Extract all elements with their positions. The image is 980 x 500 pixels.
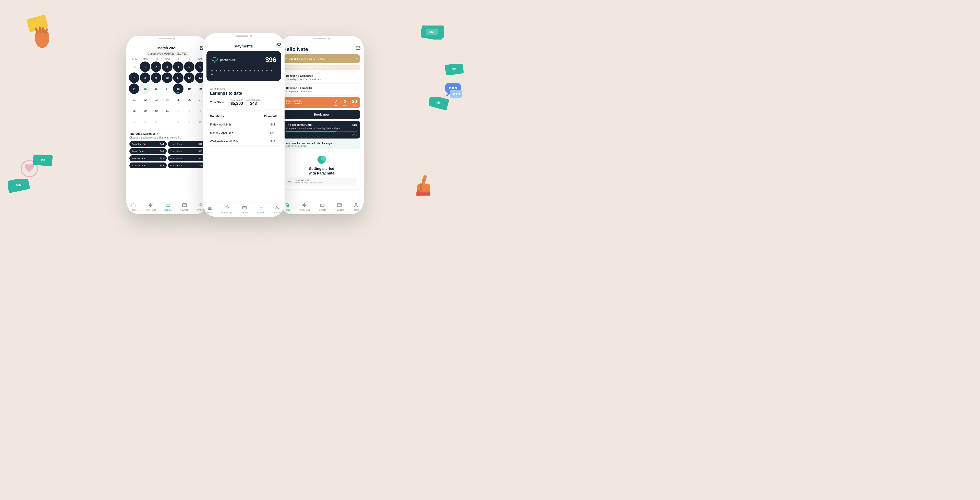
cal-cell[interactable]: 7 (162, 117, 172, 127)
svg-text:$$$: $$$ (452, 68, 457, 71)
cal-cell[interactable]: 5 (184, 62, 194, 72)
svg-rect-2 (35, 33, 49, 41)
time-slot[interactable]: 2pm - 3pm $43 (168, 148, 205, 154)
svg-rect-20 (445, 83, 461, 93)
svg-line-3 (36, 29, 37, 33)
cal-cell[interactable]: 15 (140, 83, 150, 94)
nav-payment[interactable]: Payment (180, 202, 189, 211)
nav-home-2[interactable]: Home (207, 205, 213, 214)
cal-cell[interactable]: 4 (173, 62, 183, 72)
cal-cell[interactable]: 10 (162, 73, 172, 83)
nav-donate[interactable]: Donate (164, 202, 172, 211)
cal-cell[interactable]: 8 (173, 117, 183, 127)
cal-cell[interactable]: 16 (151, 83, 161, 94)
svg-rect-50 (259, 206, 263, 209)
cal-cell[interactable]: 9 (151, 73, 161, 83)
nav-donate-2[interactable]: Donate (241, 205, 248, 214)
svg-rect-18 (33, 155, 53, 166)
donation6-card[interactable]: Donation 6 Earn $38+ Complete to unlock … (283, 84, 360, 95)
cal-cell[interactable]: 14 (129, 83, 139, 94)
time-slot[interactable]: 1pm - 2pm $42 (168, 141, 205, 147)
timer-hours-label: HOURS (342, 104, 348, 106)
time-slot[interactable]: 9am-10am $44 (129, 148, 167, 154)
cal-cell[interactable]: 21 (129, 94, 139, 105)
cal-cell[interactable]: 4 (129, 117, 139, 127)
cal-cell[interactable]: 8 (140, 73, 150, 83)
cal-cell-selected[interactable]: 18 (173, 83, 183, 94)
cal-cell[interactable]: 26 (184, 94, 194, 105)
timer-digits: 7 DAYS : 2 HOURS : 30 MIN (334, 99, 357, 106)
svg-rect-7 (421, 25, 444, 40)
stats-label: Your Stats (210, 101, 227, 104)
nav-profile-2[interactable]: Profile (274, 205, 280, 214)
cal-cell[interactable]: 30 (129, 62, 139, 72)
cal-cell[interactable]: 24 (162, 94, 172, 105)
nav-payment-3[interactable]: Payment (335, 202, 344, 211)
nav-powerups[interactable]: Power Ups (145, 202, 156, 211)
donation-row[interactable]: Wednesday, April 15th $43 › (210, 137, 277, 145)
nav-home[interactable]: Home (130, 202, 137, 211)
deco-thumb-up (414, 174, 434, 199)
phone2-nav: Home Power Ups (203, 203, 285, 217)
donation-row[interactable]: Friday, April 24th $44 › (210, 121, 277, 129)
time-slot[interactable]: 4pm - 5pm $42 (168, 156, 205, 161)
cal-cell[interactable]: 29 (140, 106, 150, 116)
cal-cell[interactable]: 22 (140, 94, 150, 105)
cal-cell[interactable]: 19 (184, 83, 194, 94)
cal-cell[interactable]: 1 (140, 62, 150, 72)
nav-powerups-2[interactable]: Power Ups (221, 205, 233, 214)
nav-home-3[interactable]: Home (284, 202, 290, 211)
getting-started-title: Getting startedwith Parachute (286, 166, 357, 176)
level-sub: DONATE 6X PER CYCLE (299, 58, 325, 60)
cal-cell[interactable]: 23 (151, 94, 161, 105)
donation-row[interactable]: Monday, April 20th $42 › (210, 129, 277, 137)
cal-cell[interactable]: 12 (184, 73, 194, 83)
svg-marker-57 (303, 203, 306, 207)
svg-rect-8 (422, 25, 444, 38)
cal-cell[interactable]: 7 (129, 73, 139, 83)
cal-cell[interactable]: 2 (184, 106, 194, 116)
cal-cell[interactable]: 31 (162, 106, 172, 116)
nav-powerups-3[interactable]: Power Ups (299, 202, 310, 211)
svg-rect-30 (417, 189, 420, 196)
deco-hand-card (25, 15, 56, 49)
chevron-right-icon: › (356, 89, 357, 91)
message-icon-3[interactable] (355, 45, 361, 51)
chevron-right-icon: › (356, 76, 357, 79)
svg-point-62 (355, 203, 357, 205)
cal-cell[interactable]: 1 (173, 106, 183, 116)
donation5-card[interactable]: Donation 5 Completed Thursday, May 13 • … (283, 72, 360, 83)
cal-cell[interactable]: 25 (173, 94, 183, 105)
cal-cell[interactable]: 11 (173, 73, 183, 83)
nav-payment-2[interactable]: Payment (256, 205, 266, 214)
cal-cell[interactable]: 9 (184, 117, 194, 127)
location-icon (288, 180, 292, 183)
svg-rect-9 (426, 29, 438, 35)
phones-container: March 2021 Current cycle: 02/15/21 - 03/… (126, 33, 364, 217)
total-earned-label: Total Earned (230, 99, 243, 101)
level-card[interactable]: ‹ Level 6 DONATE 6X PER CYCLE › (283, 54, 360, 63)
cal-cell[interactable]: 30 (151, 106, 161, 116)
book-now-button[interactable]: Book now (283, 110, 360, 119)
time-slot[interactable]: 8am-9am 🔖 $44 (129, 141, 167, 147)
cal-cell[interactable]: 6 (151, 117, 161, 127)
svg-point-42 (212, 57, 218, 61)
cal-cell[interactable]: 28 (129, 106, 139, 116)
cal-cell[interactable]: 2 (151, 62, 161, 72)
calendar-cycle: Current cycle: 02/15/21 - 03/17/21 (126, 51, 208, 56)
phone-payments: Payments parachute (203, 33, 285, 217)
cal-cell[interactable]: 17 (162, 83, 172, 94)
chevron-right-icon: › (277, 140, 277, 143)
time-slot[interactable]: 11am-12pm $43 (129, 162, 167, 168)
nav-profile-3[interactable]: Profile (353, 202, 360, 211)
chevron-right-icon: › (277, 132, 277, 135)
time-slot[interactable]: 5pm - 6pm $44 (168, 162, 205, 168)
cal-cell[interactable]: 5 (140, 117, 150, 127)
message-icon-2[interactable] (277, 43, 282, 48)
nav-donate-3[interactable]: Donate (319, 202, 326, 211)
svg-point-46 (214, 62, 215, 63)
payments-title: Payments (203, 40, 285, 51)
parachute-icon (211, 56, 218, 63)
cal-cell[interactable]: 3 (162, 62, 172, 72)
time-slot[interactable]: 10am-11am $42 (129, 156, 167, 161)
